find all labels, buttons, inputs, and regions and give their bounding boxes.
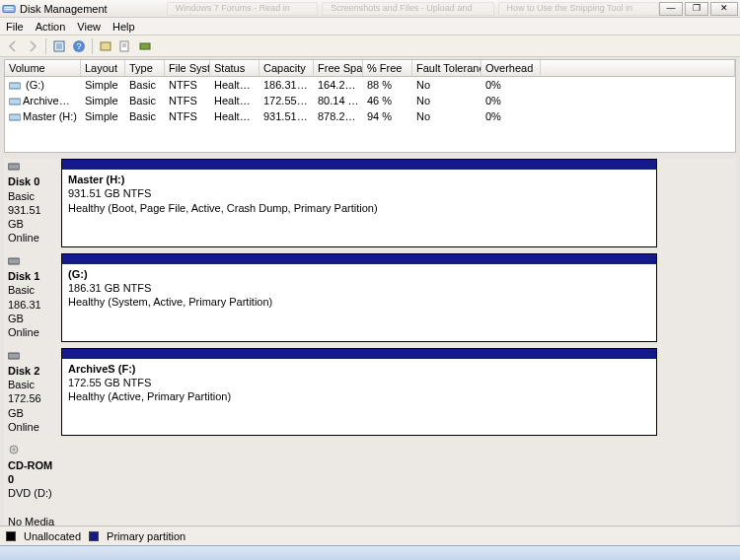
vol-pct: 94 %: [363, 110, 412, 122]
disk-row[interactable]: Disk 2Basic172.56 GBOnlineArchiveS (F:)1…: [4, 348, 736, 437]
window-title: Disk Management: [20, 3, 108, 15]
partition-status: Healthy (Boot, Page File, Active, Crash …: [68, 202, 378, 214]
toolbar: ?: [0, 35, 740, 57]
close-button[interactable]: ✕: [710, 2, 738, 16]
cdrom-state: No Media: [8, 516, 54, 525]
taskbar: [0, 545, 740, 560]
volume-row[interactable]: Master (H:)SimpleBasicNTFSHealthy (B...9…: [5, 108, 735, 124]
col-layout[interactable]: Layout: [81, 60, 125, 76]
col-faulttol[interactable]: Fault Tolerance: [412, 60, 481, 76]
vol-free: 80.14 GB: [314, 95, 363, 106]
minimize-button[interactable]: —: [659, 2, 683, 16]
volume-table[interactable]: Volume Layout Type File System Status Ca…: [4, 59, 736, 153]
col-status[interactable]: Status: [210, 60, 259, 76]
svg-rect-15: [8, 164, 20, 170]
col-filesystem[interactable]: File System: [165, 60, 210, 76]
menu-help[interactable]: Help: [112, 21, 135, 33]
vol-name: ArchiveS (F:): [23, 95, 81, 106]
partition-size: 172.55 GB NTFS: [68, 377, 151, 388]
partition-header: [62, 254, 656, 264]
app-icon: [2, 2, 16, 16]
disk-row[interactable]: Disk 0Basic931.51 GBOnlineMaster (H:)931…: [4, 159, 736, 247]
col-capacity[interactable]: Capacity: [259, 60, 314, 76]
partition-status: Healthy (Active, Primary Partition): [68, 390, 231, 402]
vol-capacity: 172.55 GB: [259, 95, 314, 106]
partition-body: ArchiveS (F:)172.55 GB NTFSHealthy (Acti…: [62, 359, 656, 410]
vol-pct: 46 %: [363, 95, 412, 106]
disk-title: Disk 1: [8, 269, 57, 283]
partition[interactable]: (G:)186.31 GB NTFSHealthy (System, Activ…: [61, 253, 657, 342]
vol-pct: 88 %: [363, 79, 412, 91]
partition-header: [62, 160, 656, 170]
settings-button[interactable]: [97, 37, 114, 55]
partition-size: 931.51 GB NTFS: [68, 187, 151, 199]
disk-graphic-pane: Disk 0Basic931.51 GBOnlineMaster (H:)931…: [4, 159, 736, 525]
disk-row[interactable]: Disk 1Basic186.31 GBOnline (G:)186.31 GB…: [4, 253, 736, 342]
vol-ov: 0%: [481, 79, 541, 91]
partition[interactable]: ArchiveS (F:)172.55 GB NTFSHealthy (Acti…: [61, 348, 657, 437]
col-overhead[interactable]: Overhead: [481, 60, 541, 76]
svg-point-19: [13, 449, 15, 451]
cdrom-drive: DVD (D:): [8, 487, 52, 499]
disk-type: Basic: [8, 284, 35, 296]
partition[interactable]: Master (H:)931.51 GB NTFSHealthy (Boot, …: [61, 159, 657, 247]
vol-layout: Simple: [81, 95, 125, 106]
col-type[interactable]: Type: [125, 60, 165, 76]
col-volume[interactable]: Volume: [5, 60, 81, 76]
partition-title: (G:): [68, 267, 650, 281]
volume-row[interactable]: ArchiveS (F:)SimpleBasicNTFSHealthy (A..…: [5, 93, 735, 108]
disk-size: 931.51 GB: [8, 204, 41, 230]
vol-ft: No: [412, 79, 481, 91]
legend-primary: Primary partition: [107, 530, 185, 542]
swatch-unallocated: [6, 531, 16, 541]
legend-unallocated: Unallocated: [24, 530, 81, 542]
svg-rect-2: [5, 9, 14, 10]
cdrom-title: CD-ROM 0: [8, 458, 57, 487]
refresh-button[interactable]: [50, 37, 68, 55]
vol-capacity: 931.51 GB: [259, 110, 314, 122]
svg-rect-7: [101, 42, 111, 50]
svg-rect-11: [140, 43, 150, 49]
col-pctfree[interactable]: % Free: [363, 60, 412, 76]
forward-button[interactable]: [24, 37, 41, 55]
cdrom-row[interactable]: CD-ROM 0 DVD (D:) No Media: [4, 442, 736, 525]
svg-text:?: ?: [76, 41, 81, 51]
toolbar-separator: [45, 38, 46, 54]
menu-file[interactable]: File: [6, 21, 24, 33]
background-tabs: Windows 7 Forums - Read in Topic Screens…: [167, 2, 659, 16]
svg-rect-4: [56, 43, 62, 49]
col-spacer: [541, 60, 735, 76]
vol-ft: No: [412, 110, 481, 122]
partition-body: (G:)186.31 GB NTFSHealthy (System, Activ…: [62, 264, 656, 315]
vol-fs: NTFS: [165, 110, 210, 122]
partition-size: 186.31 GB NTFS: [68, 282, 151, 294]
vol-fs: NTFS: [165, 79, 210, 91]
maximize-button[interactable]: ❐: [685, 2, 708, 16]
properties-button[interactable]: [116, 37, 134, 55]
vol-name: (G:): [23, 79, 44, 91]
volume-row[interactable]: (G:)SimpleBasicNTFSHealthy (S...186.31 G…: [5, 77, 735, 93]
disk-state: Online: [8, 326, 39, 338]
menu-action[interactable]: Action: [36, 21, 66, 33]
menu-view[interactable]: View: [77, 21, 101, 33]
vol-status: Healthy (S...: [210, 79, 259, 91]
menu-bar: File Action View Help: [0, 18, 740, 35]
disk-type: Basic: [8, 190, 35, 202]
volume-table-header[interactable]: Volume Layout Type File System Status Ca…: [5, 60, 735, 77]
swatch-primary: [89, 531, 99, 541]
help-button[interactable]: ?: [70, 37, 88, 55]
vol-ft: No: [412, 95, 481, 106]
vol-ov: 0%: [481, 95, 541, 106]
disk-type: Basic: [8, 379, 35, 390]
partition-title: Master (H:): [68, 173, 650, 186]
partition-status: Healthy (System, Active, Primary Partiti…: [68, 296, 272, 308]
vol-free: 878.24 GB: [314, 110, 363, 122]
col-freespace[interactable]: Free Spa...: [314, 60, 363, 76]
back-button[interactable]: [4, 37, 22, 55]
disk-label: Disk 0Basic931.51 GBOnline: [4, 159, 61, 247]
disk-label: Disk 1Basic186.31 GBOnline: [4, 253, 61, 342]
disk-state: Online: [8, 232, 39, 244]
action-button[interactable]: [136, 37, 154, 55]
svg-rect-17: [8, 353, 20, 359]
vol-status: Healthy (A...: [210, 95, 259, 106]
